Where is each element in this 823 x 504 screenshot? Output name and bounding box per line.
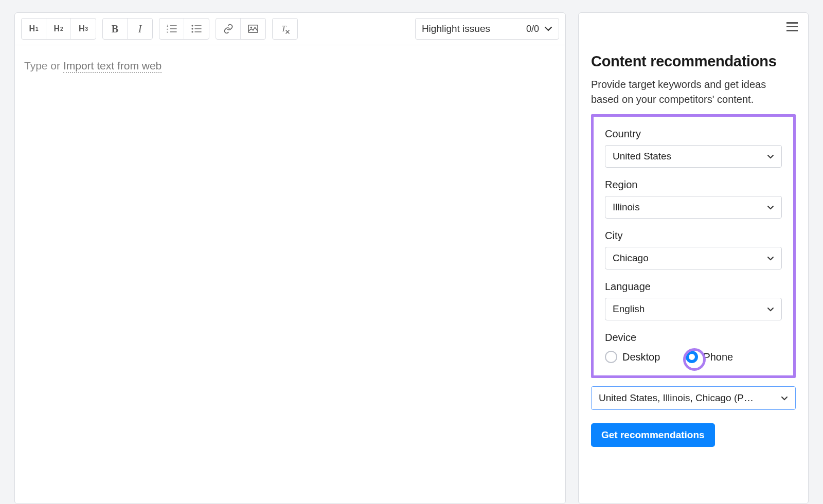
highlight-ring-icon <box>683 348 706 371</box>
import-text-link[interactable]: Import text from web <box>63 60 162 73</box>
svg-point-13 <box>251 27 252 28</box>
highlight-issues-count: 0/0 <box>526 24 539 34</box>
h2-button[interactable]: H2 <box>46 19 71 39</box>
radio-unchecked-icon <box>605 351 617 363</box>
get-recommendations-button[interactable]: Get recommendations <box>591 423 715 447</box>
device-desktop-option[interactable]: Desktop <box>605 351 660 363</box>
chevron-down-icon <box>781 396 788 401</box>
location-summary-value: United States, Illinois, Chicago (P… <box>599 392 754 404</box>
device-desktop-label: Desktop <box>622 351 660 363</box>
hamburger-icon <box>786 22 798 24</box>
heading-group: H1 H2 H3 <box>21 18 96 40</box>
city-field: City Chicago <box>605 230 782 269</box>
clear-group: T <box>272 18 298 40</box>
editor-body[interactable]: Type or Import text from web <box>15 45 565 503</box>
city-label: City <box>605 230 782 242</box>
recommendations-sidebar: Content recommendations Provide target k… <box>578 12 809 504</box>
format-group: B I <box>102 18 153 40</box>
bold-button[interactable]: B <box>103 19 128 39</box>
italic-button[interactable]: I <box>128 19 152 39</box>
link-icon <box>223 24 234 34</box>
chevron-down-icon <box>544 26 552 31</box>
region-value: Illinois <box>613 202 640 213</box>
device-phone-option[interactable]: Phone <box>686 351 733 363</box>
region-select[interactable]: Illinois <box>605 196 782 219</box>
device-field: Device Desktop Phone <box>605 332 782 363</box>
app-root: H1 H2 H3 B I 123 <box>0 0 823 504</box>
language-value: English <box>613 303 645 315</box>
link-button[interactable] <box>216 19 241 39</box>
device-phone-label: Phone <box>703 351 733 363</box>
svg-point-9 <box>191 25 193 26</box>
editor-panel: H1 H2 H3 B I 123 <box>14 12 566 504</box>
country-select[interactable]: United States <box>605 145 782 168</box>
clear-format-icon: T <box>279 24 291 34</box>
ordered-list-icon: 123 <box>167 24 177 33</box>
svg-point-11 <box>191 31 193 32</box>
sidebar-title: Content recommendations <box>591 53 796 70</box>
city-value: Chicago <box>613 253 649 264</box>
svg-text:3: 3 <box>167 30 169 33</box>
sidebar-description: Provide target keywords and get ideas ba… <box>591 77 796 107</box>
language-field: Language English <box>605 281 782 320</box>
targeting-settings-box: Country United States Region Illinois Ci… <box>591 114 796 378</box>
radio-checked-icon <box>686 351 698 363</box>
image-icon <box>248 24 258 33</box>
highlight-issues-label: Highlight issues <box>422 23 490 34</box>
country-field: Country United States <box>605 128 782 168</box>
editor-placeholder-prefix: Type or <box>24 60 63 71</box>
h3-button[interactable]: H3 <box>71 19 96 39</box>
unordered-list-icon <box>191 24 202 33</box>
region-label: Region <box>605 179 782 191</box>
svg-point-10 <box>191 28 193 29</box>
list-group: 123 <box>159 18 209 40</box>
chevron-down-icon <box>767 256 774 261</box>
device-label: Device <box>605 332 782 344</box>
country-value: United States <box>613 151 671 162</box>
country-label: Country <box>605 128 782 140</box>
svg-text:T: T <box>281 24 287 33</box>
h1-button[interactable]: H1 <box>22 19 46 39</box>
region-field: Region Illinois <box>605 179 782 219</box>
image-button[interactable] <box>241 19 265 39</box>
chevron-down-icon <box>767 154 774 159</box>
city-select[interactable]: Chicago <box>605 247 782 269</box>
chevron-down-icon <box>767 307 774 312</box>
sidebar-menu-button[interactable] <box>786 22 798 31</box>
chevron-down-icon <box>767 205 774 210</box>
language-select[interactable]: English <box>605 298 782 320</box>
location-summary-select[interactable]: United States, Illinois, Chicago (P… <box>591 386 796 410</box>
device-radio-group: Desktop Phone <box>605 349 782 363</box>
clear-formatting-button[interactable]: T <box>273 19 297 39</box>
language-label: Language <box>605 281 782 293</box>
insert-group <box>216 18 266 40</box>
unordered-list-button[interactable] <box>184 19 209 39</box>
ordered-list-button[interactable]: 123 <box>159 19 184 39</box>
editor-toolbar: H1 H2 H3 B I 123 <box>15 13 565 45</box>
highlight-issues-dropdown[interactable]: Highlight issues 0/0 <box>415 18 559 40</box>
